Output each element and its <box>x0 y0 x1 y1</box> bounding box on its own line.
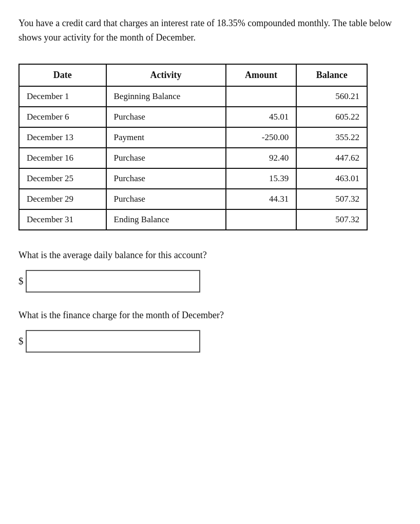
cell-activity-2: Payment <box>106 127 226 148</box>
table-row: December 16Purchase92.40447.62 <box>19 148 367 168</box>
cell-date-2: December 13 <box>19 127 106 148</box>
question1-text: What is the average daily balance for th… <box>18 249 402 262</box>
cell-date-5: December 29 <box>19 189 106 209</box>
credit-card-table-wrapper: Date Activity Amount Balance December 1B… <box>18 64 402 230</box>
cell-amount-3: 92.40 <box>226 148 297 168</box>
dollar-sign-2: $ <box>18 336 24 347</box>
question1-input-row: $ <box>18 270 402 293</box>
finance-charge-input[interactable] <box>26 330 200 353</box>
cell-amount-5: 44.31 <box>226 189 297 209</box>
cell-balance-3: 447.62 <box>296 148 367 168</box>
table-header-row: Date Activity Amount Balance <box>19 64 367 86</box>
cell-date-1: December 6 <box>19 107 106 127</box>
cell-activity-6: Ending Balance <box>106 209 226 230</box>
cell-activity-1: Purchase <box>106 107 226 127</box>
cell-amount-6 <box>226 209 297 230</box>
cell-date-3: December 16 <box>19 148 106 168</box>
table-row: December 25Purchase15.39463.01 <box>19 168 367 189</box>
intro-text: You have a credit card that charges an i… <box>18 16 402 45</box>
cell-date-6: December 31 <box>19 209 106 230</box>
col-header-balance: Balance <box>296 64 367 86</box>
cell-balance-5: 507.32 <box>296 189 367 209</box>
table-row: December 1Beginning Balance560.21 <box>19 86 367 107</box>
col-header-amount: Amount <box>226 64 297 86</box>
question2-text: What is the finance charge for the month… <box>18 309 402 322</box>
average-daily-balance-input[interactable] <box>26 270 200 293</box>
col-header-activity: Activity <box>106 64 226 86</box>
cell-amount-0 <box>226 86 297 107</box>
cell-balance-1: 605.22 <box>296 107 367 127</box>
cell-date-0: December 1 <box>19 86 106 107</box>
table-row: December 13Payment-250.00355.22 <box>19 127 367 148</box>
cell-activity-4: Purchase <box>106 168 226 189</box>
table-row: December 29Purchase44.31507.32 <box>19 189 367 209</box>
dollar-sign-1: $ <box>18 276 24 287</box>
table-row: December 6Purchase45.01605.22 <box>19 107 367 127</box>
cell-balance-0: 560.21 <box>296 86 367 107</box>
activity-table: Date Activity Amount Balance December 1B… <box>18 64 368 230</box>
cell-balance-6: 507.32 <box>296 209 367 230</box>
question2-input-row: $ <box>18 330 402 353</box>
cell-amount-1: 45.01 <box>226 107 297 127</box>
cell-balance-4: 463.01 <box>296 168 367 189</box>
cell-date-4: December 25 <box>19 168 106 189</box>
table-row: December 31Ending Balance507.32 <box>19 209 367 230</box>
cell-balance-2: 355.22 <box>296 127 367 148</box>
cell-amount-2: -250.00 <box>226 127 297 148</box>
cell-activity-3: Purchase <box>106 148 226 168</box>
cell-activity-0: Beginning Balance <box>106 86 226 107</box>
col-header-date: Date <box>19 64 106 86</box>
cell-activity-5: Purchase <box>106 189 226 209</box>
cell-amount-4: 15.39 <box>226 168 297 189</box>
